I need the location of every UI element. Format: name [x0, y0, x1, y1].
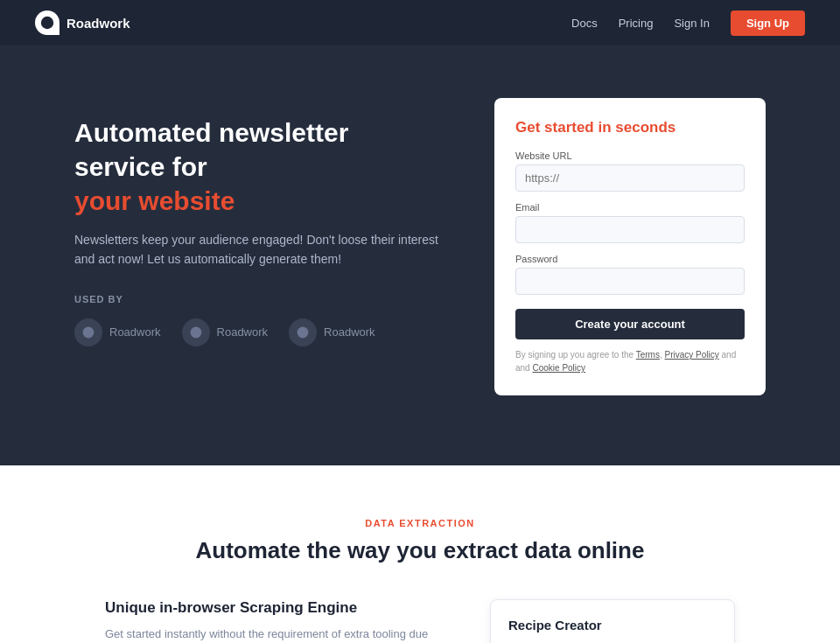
extraction-desc: Get started instantly without the requir…: [105, 626, 438, 643]
used-by-item-1: Roadwork: [74, 318, 161, 346]
email-label: Email: [515, 202, 745, 213]
extraction-section-label: DATA EXTRACTION: [35, 518, 805, 528]
website-url-label: Website URL: [515, 150, 745, 161]
hero-title-accent: your website: [74, 186, 234, 215]
svg-point-3: [298, 326, 309, 338]
password-label: Password: [515, 254, 745, 264]
hero-section: Automated newsletter service for your we…: [0, 45, 840, 465]
used-by-logo-3: [289, 318, 317, 346]
nav-links: Docs Pricing Sign In Sign Up: [571, 10, 805, 36]
website-url-group: Website URL: [515, 150, 745, 192]
brand-name: Roadwork: [66, 16, 130, 31]
used-by-name-2: Roadwork: [217, 325, 269, 339]
used-by-logo-2: [182, 318, 210, 346]
email-input[interactable]: [515, 216, 745, 243]
signup-button[interactable]: Sign Up: [731, 10, 805, 36]
used-by-item-3: Roadwork: [289, 318, 375, 346]
extraction-heading: Unique in-browser Scraping Engine: [105, 599, 438, 617]
used-by-name-3: Roadwork: [324, 325, 375, 339]
brand-icon: [35, 10, 60, 35]
hero-text: Automated newsletter service for your we…: [74, 98, 442, 346]
privacy-link[interactable]: Privacy Policy: [665, 350, 719, 360]
extraction-left: Unique in-browser Scraping Engine Get st…: [105, 599, 438, 643]
nav-signin[interactable]: Sign In: [674, 17, 709, 30]
recipe-card: Recipe Creator Details Name* Description…: [490, 599, 735, 643]
nav-pricing[interactable]: Pricing: [619, 17, 654, 30]
website-url-input[interactable]: [515, 164, 745, 192]
used-by-logo-1: [74, 318, 102, 346]
signup-card: Get started in seconds Website URL Email…: [494, 98, 766, 395]
used-by-name-1: Roadwork: [109, 325, 161, 339]
email-group: Email: [515, 202, 745, 243]
svg-point-1: [83, 326, 94, 338]
terms-text: By signing up you agree to the Terms, Pr…: [515, 348, 745, 374]
brand: Roadwork: [35, 10, 130, 35]
extraction-section-title: Automate the way you extract data online: [35, 537, 805, 564]
password-input[interactable]: [515, 268, 745, 295]
used-by-item-2: Roadwork: [182, 318, 269, 346]
hero-title-line1: Automated newsletter service for: [74, 118, 348, 181]
password-group: Password: [515, 254, 745, 295]
used-by-label: USED BY: [74, 294, 442, 304]
hero-description: Newsletters keep your audience engaged! …: [74, 230, 442, 269]
svg-point-2: [190, 326, 201, 338]
nav-docs[interactable]: Docs: [571, 17, 598, 30]
navbar: Roadwork Docs Pricing Sign In Sign Up: [0, 0, 840, 45]
signup-title-accent: in seconds: [598, 119, 676, 136]
extraction-body: Unique in-browser Scraping Engine Get st…: [35, 599, 805, 643]
create-account-button[interactable]: Create your account: [515, 309, 745, 339]
extraction-section: DATA EXTRACTION Automate the way you ext…: [0, 465, 840, 643]
used-by-list: Roadwork Roadwork Roadwork: [74, 318, 442, 346]
terms-link[interactable]: Terms: [636, 350, 660, 360]
signup-card-title: Get started in seconds: [515, 119, 745, 136]
cookie-link[interactable]: Cookie Policy: [532, 363, 585, 373]
recipe-card-title: Recipe Creator: [508, 618, 717, 633]
svg-point-0: [41, 17, 53, 29]
hero-title: Automated newsletter service for your we…: [74, 115, 442, 218]
